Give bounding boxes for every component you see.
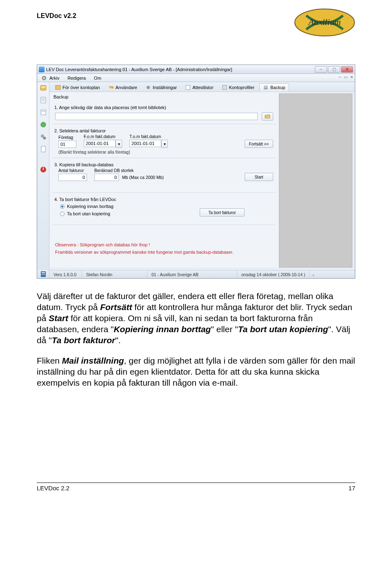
p1d: Start [49, 313, 68, 323]
tab-backup-label: Backup [270, 85, 285, 90]
svg-point-21 [147, 86, 150, 89]
svg-rect-31 [44, 274, 45, 275]
tab-attestlistor-label: Attestlistor [192, 85, 213, 90]
menubar: Arkiv Redigera Om ─ ▭ ✕ [37, 74, 355, 82]
p2b: Mail inställning [62, 356, 124, 365]
input-foretag[interactable] [58, 141, 76, 148]
menu-om[interactable]: Om [90, 74, 105, 82]
warning-line1: Observera : Sökprogram och databas hör i… [53, 241, 276, 248]
svg-point-2 [43, 77, 45, 79]
child-close-icon[interactable]: ✕ [350, 75, 353, 79]
p1b: Fortsätt [100, 302, 132, 312]
section3-head: 3. Kopiera till backup-databas [53, 161, 276, 168]
toolbar-icon-1[interactable] [39, 84, 47, 92]
tabort-fakturor-button[interactable]: Ta bort fakturor [200, 208, 245, 217]
toolbar-icon-2[interactable] [39, 96, 47, 104]
status-version: Vers 1.8.0.0 [49, 270, 82, 278]
child-minimize-icon[interactable]: ─ [339, 75, 341, 79]
tab-kontoplan[interactable]: För över kontoplan [52, 84, 103, 91]
label-storlek: Beräknad DB storlek [94, 168, 164, 173]
toolbar-icon-3[interactable] [39, 108, 47, 116]
tab-anvandare-label: Användare [116, 85, 137, 90]
tab-kontoprofiler[interactable]: Kontoprofiler [218, 84, 258, 91]
toolbar-icon-gears[interactable] [39, 133, 47, 141]
maximize-button[interactable]: ▢ [328, 66, 340, 73]
svg-point-20 [111, 86, 114, 89]
section1-head: 1. Ange sökväg där data ska placeras (et… [53, 104, 276, 111]
label-antal: Antal fakturor [58, 168, 87, 173]
folder-open-icon [265, 114, 270, 119]
from-date-picker[interactable]: ▾ [116, 140, 122, 148]
menu-redigera[interactable]: Redigera [63, 74, 90, 82]
menu-arkiv[interactable]: Arkiv [37, 74, 63, 82]
label-foretag: Företag [58, 135, 76, 140]
input-antal[interactable] [58, 174, 87, 181]
svg-rect-22 [186, 85, 190, 89]
panel-title: Backup [53, 94, 276, 102]
label-from: F.o.m fakt.datum [84, 134, 122, 139]
toolbar-icon-doc[interactable] [39, 145, 47, 153]
app-window: LEV Doc Leverantörsfakturahantering 01 -… [37, 65, 355, 279]
resize-grip-icon[interactable] [310, 272, 315, 277]
menu-arkiv-label: Arkiv [49, 76, 59, 80]
left-toolbar [37, 82, 49, 270]
p1h: Ta bort utan kopiering [238, 324, 328, 334]
label-mb: Mb (Max ca 2000 Mb) [122, 175, 164, 180]
svg-rect-4 [41, 87, 45, 87]
radio-kopiering-label: Kopiering innan borttag [67, 204, 114, 209]
status-company: 01 - Auxilium Sverige AB [147, 270, 237, 278]
svg-rect-17 [43, 168, 44, 170]
fortsatt-button[interactable]: Fortsätt >> [245, 140, 273, 148]
p1g: " eller " [211, 324, 238, 334]
p1k: ". [115, 335, 120, 345]
toolbar-icon-power[interactable] [39, 165, 47, 174]
svg-rect-5 [41, 97, 46, 103]
svg-rect-15 [41, 146, 45, 152]
status-user: Stefan Nordin [82, 270, 147, 278]
svg-rect-29 [42, 274, 42, 275]
tab-kontoplan-label: För över kontoplan [62, 85, 100, 90]
label-tom: T.o.m fakt.datum [129, 134, 168, 139]
p1j: Ta bort fakturor [52, 335, 116, 345]
svg-rect-9 [41, 110, 46, 115]
svg-rect-28 [42, 272, 45, 273]
tab-installningar-label: Inställningar [153, 85, 177, 90]
input-tom-date[interactable] [129, 140, 161, 147]
radio-utan[interactable] [60, 212, 65, 216]
brand-logo-text: Auxilium [307, 17, 341, 27]
tom-date-picker[interactable]: ▾ [161, 140, 168, 148]
close-button[interactable]: ✕ [341, 66, 353, 73]
child-restore-icon[interactable]: ▭ [344, 75, 347, 79]
svg-rect-10 [42, 111, 43, 112]
input-storlek[interactable] [94, 174, 119, 181]
tab-installningar[interactable]: Inställningar [142, 84, 180, 91]
svg-rect-3 [40, 85, 46, 90]
p1f: Kopiering innan borttag [114, 324, 211, 334]
svg-point-14 [43, 137, 46, 140]
path-input[interactable] [55, 113, 258, 120]
page-footer: LEVDoc 2.2 17 [37, 483, 355, 492]
tabstrip: För över kontoplan Användare Inställning… [49, 82, 355, 92]
toolbar-icon-4[interactable] [39, 121, 47, 129]
menu-redigera-label: Redigera [67, 76, 86, 80]
brand-logo: Auxilium [294, 8, 355, 38]
input-from-date[interactable] [84, 140, 116, 147]
browse-button[interactable] [262, 112, 273, 121]
section2-head: 2. Selektera antal fakturor [53, 127, 276, 134]
svg-point-26 [264, 88, 268, 89]
warning-line2: Framtida versioner av sökprogrammet kans… [53, 248, 276, 255]
menu-om-label: Om [94, 76, 101, 80]
footer-left: LEVDoc 2.2 [37, 485, 69, 492]
app-icon [39, 67, 45, 72]
svg-rect-18 [56, 85, 60, 89]
section4-head: 4. Ta bort fakturor från LEVDoc [53, 196, 276, 203]
tab-backup[interactable]: Backup [259, 83, 289, 92]
start-button[interactable]: Start [245, 173, 273, 181]
tab-kontoprofiler-label: Kontoprofiler [229, 85, 254, 90]
tab-attestlistor[interactable]: Attestlistor [182, 84, 216, 91]
status-calc-icon[interactable] [37, 270, 49, 278]
minimize-button[interactable]: ─ [315, 66, 327, 73]
tab-anvandare[interactable]: Användare [105, 84, 140, 91]
doc-body: Välj därefter ut de fakturor det gäller,… [37, 291, 355, 389]
radio-kopiering[interactable] [60, 204, 65, 209]
